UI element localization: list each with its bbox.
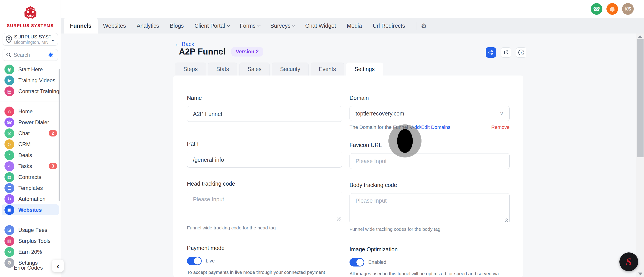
favicon-label: Favicon URL [350, 142, 510, 148]
sidebar-scrollbar-thumb[interactable] [58, 69, 60, 201]
notifications-button[interactable] [606, 3, 618, 15]
search-icon [6, 52, 12, 58]
remove-domain-link[interactable]: Remove [491, 124, 510, 130]
nav-tab-blogs[interactable]: Blogs [164, 18, 189, 33]
sidebar-item-surplus-tools[interactable]: ▥ Surplus Tools [0, 236, 60, 246]
sidebar-item-contracts[interactable]: ▦ Contracts [0, 172, 60, 183]
tasks-count-badge: 3 [49, 163, 57, 169]
sidebar-item-usage-fees[interactable]: ◪ Usage Fees [0, 225, 60, 236]
settings-card: Name Path Head tracking code Funnel wide… [173, 75, 523, 277]
tab-steps[interactable]: Steps [175, 62, 206, 75]
scroll-up-arrow-icon[interactable] [638, 35, 642, 38]
external-link-icon [503, 50, 509, 55]
nav-tab-chat-widget[interactable]: Chat Widget [300, 18, 342, 33]
nav-tab-funnels[interactable]: Funnels [64, 18, 98, 33]
chevron-down-icon: ⌄ [50, 36, 55, 42]
payment-mode-desc: To accept payments in live mode through … [187, 269, 342, 277]
domain-select[interactable]: toptierrecovery.com ∨ [350, 106, 510, 121]
earn-20-icon: ∞ [4, 247, 14, 257]
sidebar-item-websites[interactable]: ▣ Websites [2, 204, 59, 215]
path-input[interactable] [187, 152, 342, 168]
add-edit-domains-link[interactable]: Add/Edit Domains [411, 124, 450, 130]
nav-tab-analytics[interactable]: Analytics [131, 18, 164, 33]
funnel-name-input[interactable] [187, 106, 342, 122]
topbar-actions: ☎ KS [591, 3, 634, 15]
chat-icon: ✉ [4, 128, 14, 138]
image-opt-desc: All images used in this funnel will be o… [350, 270, 510, 277]
power-dialer-icon: ☎ [4, 117, 14, 127]
page-title: A2P Funnel [179, 47, 226, 56]
brand-logo: SURPLUS SYSTEMS [0, 0, 60, 28]
back-link[interactable]: ← Back [174, 41, 194, 47]
location-switcher[interactable]: SURPLUS SYSTEM... Bloomington, MN ⌄ [3, 33, 58, 45]
templates-icon: ☰ [4, 183, 14, 193]
tab-events[interactable]: Events [310, 62, 344, 75]
info-icon: i [518, 50, 524, 55]
websites-icon: ▣ [4, 205, 14, 215]
tab-security[interactable]: Security [272, 62, 308, 75]
brand-logo-text: SURPLUS SYSTEMS [0, 23, 60, 28]
sidebar-item-tasks[interactable]: ✓ Tasks 3 [0, 161, 60, 172]
quick-actions-bolt-icon[interactable] [47, 51, 54, 59]
head-tracking-textarea[interactable] [187, 192, 342, 222]
domain-helper: The Domain for the Funnel - [350, 124, 411, 130]
crm-icon: ☺ [4, 139, 14, 149]
sidebar-item-home[interactable]: ⌂ Home [0, 106, 60, 117]
sidebar-item-chat[interactable]: ✉ Chat 2 [0, 128, 60, 139]
share-button[interactable] [486, 47, 496, 58]
topbar [61, 0, 644, 18]
info-button[interactable]: i [516, 47, 526, 58]
chevron-down-icon [227, 24, 230, 27]
phone-button[interactable]: ☎ [591, 3, 602, 15]
favicon-url-input[interactable] [350, 153, 510, 169]
nav-tab-surveys[interactable]: Surveys [265, 18, 300, 33]
tab-stats[interactable]: Stats [208, 62, 237, 75]
sidebar-item-contract-training[interactable]: ▤ Contract Training [0, 86, 60, 97]
image-opt-state: Enabled [368, 259, 386, 265]
page-scrollbar[interactable] [636, 33, 644, 277]
sidebar-item-settings[interactable]: ⚙ Settings [0, 257, 60, 268]
scroll-down-arrow-icon[interactable] [638, 273, 642, 275]
nav-settings-gear-icon[interactable]: ⚙ [421, 22, 427, 30]
resize-handle[interactable] [505, 219, 508, 222]
sidebar-item-templates[interactable]: ☰ Templates [0, 183, 60, 194]
menu-divider [0, 101, 60, 101]
brand-logo-icon [21, 3, 40, 22]
nav-tab-media[interactable]: Media [342, 18, 368, 33]
tasks-icon: ✓ [4, 161, 14, 171]
tab-settings[interactable]: Settings [346, 62, 383, 75]
nav-tab-url-redirects[interactable]: Url Redirects [368, 18, 410, 33]
head-tracking-helper: Funnel wide tracking code for the head t… [187, 225, 342, 231]
settings-gear-icon: ⚙ [4, 258, 14, 268]
sidebar-item-start-here[interactable]: ◉ Start Here [0, 64, 60, 75]
sidebar: SURPLUS SYSTEMS SURPLUS SYSTEM... Bloomi… [0, 0, 61, 277]
usage-fees-icon: ◪ [4, 225, 14, 235]
payment-mode-toggle[interactable] [187, 257, 202, 265]
chat-widget-logo-icon: S [626, 256, 632, 268]
avatar[interactable]: KS [622, 3, 634, 15]
menu-divider [0, 220, 60, 220]
image-opt-toggle[interactable] [350, 258, 364, 267]
nav-tab-client-portal[interactable]: Client Portal [189, 18, 234, 33]
resize-handle[interactable] [337, 217, 341, 221]
sidebar-item-training-videos[interactable]: ▶ Training Videos [0, 75, 60, 86]
nav-tab-websites[interactable]: Websites [98, 18, 131, 33]
location-city: Bloomington, MN [14, 40, 50, 45]
version-badge: Version 2 [231, 47, 263, 56]
sidebar-item-crm[interactable]: ☺ CRM [0, 139, 60, 150]
body-tracking-textarea[interactable] [350, 193, 510, 223]
search-input[interactable]: Search [3, 49, 58, 61]
sidebar-collapse-button[interactable]: ‹ [52, 260, 64, 272]
sidebar-item-power-dialer[interactable]: ☎ Power Dialer [0, 117, 60, 128]
scrollbar-thumb[interactable] [637, 39, 644, 157]
sidebar-item-deals[interactable]: ∴ Deals [0, 150, 60, 161]
sidebar-item-earn-20[interactable]: ∞ Earn 20% [0, 246, 60, 257]
chat-widget-button[interactable]: S [620, 253, 638, 271]
image-opt-heading: Image Optimization [350, 246, 510, 253]
tab-sales[interactable]: Sales [239, 62, 270, 75]
map-pin-icon [6, 35, 12, 43]
open-external-button[interactable] [501, 47, 511, 58]
body-tracking-label: Body tracking code [350, 182, 510, 188]
sidebar-item-automation[interactable]: ↻ Automation [0, 194, 60, 204]
nav-tab-forms[interactable]: Forms [234, 18, 265, 33]
